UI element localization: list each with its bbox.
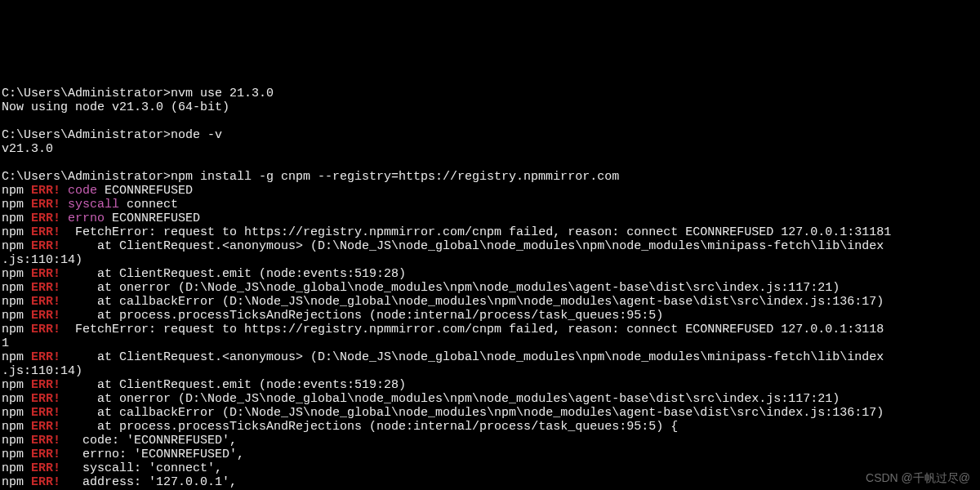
err-label: ERR! <box>31 295 60 309</box>
err-label: ERR! <box>31 350 60 364</box>
npm-label: npm <box>2 448 31 461</box>
stack-line: address: '127.0.0.1', <box>60 475 237 489</box>
stack-line: at ClientRequest.<anonymous> (D:\Node_JS… <box>60 350 884 364</box>
npm-label: npm <box>2 420 31 434</box>
err-label: ERR! <box>31 323 60 336</box>
npm-label: npm <box>2 212 31 225</box>
npm-label: npm <box>2 378 31 392</box>
npm-label: npm <box>2 461 31 475</box>
stack-line-cont: 1 <box>2 336 9 350</box>
stack-line: at ClientRequest.emit (node:events:519:2… <box>60 267 406 281</box>
sp <box>60 198 68 212</box>
watermark: CSDN @千帆过尽@ <box>866 471 970 485</box>
stack-line: FetchError: request to https://registry.… <box>60 323 884 336</box>
err-label: ERR! <box>31 198 60 212</box>
stack-line-cont: .js:110:14) <box>2 253 82 267</box>
sp <box>60 212 68 225</box>
err-label: ERR! <box>31 281 60 295</box>
err-key: errno <box>68 212 105 225</box>
npm-label: npm <box>2 475 31 489</box>
err-label: ERR! <box>31 212 60 225</box>
err-val: connect <box>119 198 178 212</box>
err-key: syscall <box>68 198 119 212</box>
stack-line: at process.processTicksAndRejections (no… <box>60 420 678 434</box>
err-label: ERR! <box>31 434 60 448</box>
npm-label: npm <box>2 309 31 323</box>
npm-label: npm <box>2 350 31 364</box>
stack-line-cont: .js:110:14) <box>2 364 82 378</box>
err-label: ERR! <box>31 448 60 461</box>
prompt-2-cmd: node -v <box>171 128 222 142</box>
err-label: ERR! <box>31 406 60 420</box>
npm-label: npm <box>2 267 31 281</box>
npm-label: npm <box>2 239 31 253</box>
err-label: ERR! <box>31 267 60 281</box>
npm-label: npm <box>2 295 31 309</box>
err-label: ERR! <box>31 309 60 323</box>
err-label: ERR! <box>31 392 60 406</box>
npm-label: npm <box>2 198 31 212</box>
err-key: code <box>68 184 97 198</box>
err-label: ERR! <box>31 461 60 475</box>
prompt-1-dir: C:\Users\Administrator> <box>2 87 171 100</box>
npm-label: npm <box>2 406 31 420</box>
result-2: v21.3.0 <box>2 142 53 156</box>
err-label: ERR! <box>31 184 60 198</box>
stack-line: at onerror (D:\Node_JS\node_global\node_… <box>60 281 840 295</box>
err-label: ERR! <box>31 420 60 434</box>
stack-line: at process.processTicksAndRejections (no… <box>60 309 663 323</box>
result-1: Now using node v21.3.0 (64-bit) <box>2 100 229 114</box>
terminal-output[interactable]: C:\Users\Administrator>nvm use 21.3.0 No… <box>0 56 980 490</box>
stack-line: at callbackError (D:\Node_JS\node_global… <box>60 295 884 309</box>
stack-line: syscall: 'connect', <box>60 461 222 475</box>
sp <box>60 184 68 198</box>
stack-line: errno: 'ECONNREFUSED', <box>60 448 244 461</box>
npm-label: npm <box>2 184 31 198</box>
stack-line: at callbackError (D:\Node_JS\node_global… <box>60 406 884 420</box>
err-label: ERR! <box>31 378 60 392</box>
stack-line: at ClientRequest.emit (node:events:519:2… <box>60 378 406 392</box>
stack-line: code: 'ECONNREFUSED', <box>60 434 237 448</box>
err-label: ERR! <box>31 239 60 253</box>
prompt-1-cmd: nvm use 21.3.0 <box>171 87 274 100</box>
stack-line: at onerror (D:\Node_JS\node_global\node_… <box>60 392 840 406</box>
npm-label: npm <box>2 281 31 295</box>
npm-label: npm <box>2 392 31 406</box>
npm-label: npm <box>2 225 31 239</box>
prompt-3-dir: C:\Users\Administrator> <box>2 170 171 184</box>
stack-line: at ClientRequest.<anonymous> (D:\Node_JS… <box>60 239 884 253</box>
err-val: ECONNREFUSED <box>105 212 200 225</box>
npm-label: npm <box>2 434 31 448</box>
prompt-2-dir: C:\Users\Administrator> <box>2 128 171 142</box>
npm-label: npm <box>2 323 31 336</box>
err-label: ERR! <box>31 475 60 489</box>
err-val: ECONNREFUSED <box>97 184 193 198</box>
err-label: ERR! <box>31 225 60 239</box>
prompt-3-cmd: npm install -g cnpm --registry=https://r… <box>171 170 619 184</box>
stack-line: FetchError: request to https://registry.… <box>60 225 891 239</box>
